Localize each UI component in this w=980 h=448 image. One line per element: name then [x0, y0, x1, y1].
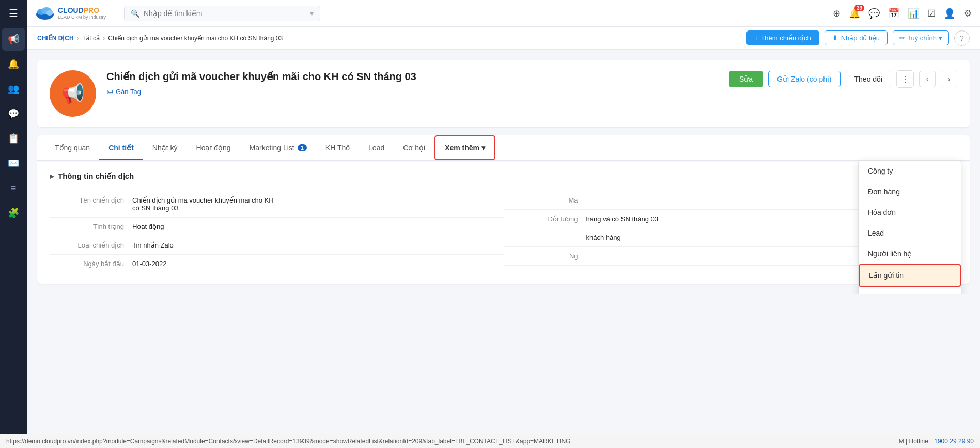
sidebar-item-campaign[interactable]: 📢	[2, 28, 25, 51]
label-empty	[504, 234, 586, 241]
chat-button[interactable]: 💬	[868, 8, 880, 19]
dropdown-item-cong-ty[interactable]: Công ty	[859, 161, 961, 181]
sidebar-item-list[interactable]: ≡	[2, 177, 25, 199]
breadcrumb-sep1: ›	[77, 34, 79, 42]
tabs-section: Tổng quan Chi tiết Nhật ký Hoạt động Mar…	[37, 135, 970, 284]
dropdown-item-lead[interactable]: Lead	[859, 223, 961, 243]
search-input[interactable]	[144, 9, 306, 18]
help-button[interactable]: ?	[954, 30, 970, 46]
sidebar-item-notifications[interactable]: 🔔	[2, 53, 25, 75]
breadcrumb-sep2: ›	[103, 34, 105, 42]
megaphone-icon: 📢	[61, 83, 85, 104]
topbar: CLOUDPRO LEAD CRM by Industry 🔍 ▾ ⊕ 🔔 39…	[27, 0, 980, 27]
marketing-list-badge: 1	[298, 144, 307, 151]
sidebar-item-clipboard[interactable]: 📋	[2, 127, 25, 150]
subbar-actions: + Thêm chiến dịch ⬇ Nhập dữ liệu ✏ Tuỳ c…	[746, 30, 970, 46]
tab-marketing-list[interactable]: Marketing List 1	[240, 136, 316, 159]
follow-button[interactable]: Theo dõi	[846, 71, 891, 87]
megaphone-icon: 📢	[8, 34, 19, 45]
campaign-info: Chiến dịch gửi mã voucher khuyến mãi cho…	[106, 70, 719, 96]
clipboard-icon: 📋	[8, 133, 19, 144]
list-icon: ≡	[11, 183, 17, 194]
label-doi-tuong: Đối tượng	[504, 215, 586, 223]
tab-kh-tho[interactable]: KH Thô	[316, 136, 359, 159]
section-title: Thông tin chiến dịch	[50, 172, 957, 181]
campaign-header: 📢 Chiến dịch gửi mã voucher khuyến mãi c…	[37, 60, 970, 127]
sidebar-item-mail[interactable]: ✉️	[2, 152, 25, 175]
tabs-bar: Tổng quan Chi tiết Nhật ký Hoạt động Mar…	[37, 135, 970, 161]
calendar-button[interactable]: 📅	[888, 8, 899, 19]
edit-button[interactable]: Sửa	[729, 71, 763, 87]
dropdown-item-zalo-ads[interactable]: Zalo Ads Form	[859, 287, 961, 294]
import-icon: ⬇	[832, 34, 838, 42]
breadcrumb-current: Chiến dịch gửi mã voucher khuyến mãi cho…	[108, 35, 283, 42]
prev-button[interactable]: ‹	[919, 71, 936, 87]
chevron-down-icon: ▾	[481, 144, 485, 152]
dropdown-item-hoa-don[interactable]: Hóa đơn	[859, 202, 961, 223]
main-content: 📢 Chiến dịch gửi mã voucher khuyến mãi c…	[27, 50, 980, 294]
value-tinh-trang: Hoạt động	[132, 223, 164, 230]
breadcrumb-root[interactable]: CHIẾN DỊCH	[37, 35, 74, 42]
mail-icon: ✉️	[8, 158, 19, 169]
logo-icon	[35, 6, 55, 21]
puzzle-icon: 🧩	[8, 207, 19, 219]
sidebar: ☰ 📢 🔔 👥 💬 📋 ✉️ ≡ 🧩	[0, 0, 27, 294]
chart-button[interactable]: 📊	[908, 8, 919, 19]
dropdown-item-don-hang[interactable]: Đơn hàng	[859, 181, 961, 202]
label-loai: Loại chiến dịch	[50, 241, 132, 249]
value-ngay: 01-03-2022	[132, 260, 167, 268]
form-row-ten-chien-dich: Tên chiến dịch Chiến dịch gửi mã voucher…	[50, 191, 504, 218]
label-tinh-trang: Tình trạng	[50, 223, 132, 230]
form-grid: Tên chiến dịch Chiến dịch gửi mã voucher…	[50, 191, 957, 273]
label-ten-chien-dich: Tên chiến dịch	[50, 196, 132, 212]
tag-icon: 🏷	[106, 88, 113, 96]
search-bar[interactable]: 🔍 ▾	[124, 6, 320, 21]
search-icon: 🔍	[131, 9, 139, 18]
chevron-down-icon: ▾	[939, 34, 942, 42]
section-card: Thông tin chiến dịch Tên chiến dịch Chiế…	[37, 161, 970, 284]
logo-sub: LEAD CRM by Industry	[58, 15, 106, 20]
label-ng: Ng	[504, 252, 586, 260]
hamburger-button[interactable]: ☰	[0, 0, 27, 27]
dropdown-item-lan-gui-tin[interactable]: Lần gửi tin ➡	[859, 264, 961, 287]
chat-icon: 💬	[8, 108, 19, 119]
campaign-title: Chiến dịch gửi mã voucher khuyến mãi cho…	[106, 70, 719, 83]
import-data-button[interactable]: ⬇ Nhập dữ liệu	[825, 30, 888, 45]
send-zalo-button[interactable]: Gửi Zalo (có phí)	[768, 71, 840, 87]
notification-button[interactable]: 🔔 39	[849, 8, 860, 19]
notification-badge: 39	[854, 5, 864, 11]
task-button[interactable]: ☑	[927, 8, 936, 19]
users-icon: 👥	[8, 83, 19, 95]
sidebar-item-users[interactable]: 👥	[2, 78, 25, 100]
logo-area: CLOUDPRO LEAD CRM by Industry	[35, 6, 118, 21]
next-button[interactable]: ›	[941, 71, 957, 87]
campaign-actions: Sửa Gửi Zalo (có phí) Theo dõi ⋮ ‹ ›	[729, 70, 957, 88]
tab-lead[interactable]: Lead	[359, 136, 394, 159]
more-options-button[interactable]: ⋮	[896, 70, 914, 88]
dropdown-menu: Công ty Đơn hàng Hóa đơn Lead Người liên…	[858, 160, 961, 294]
tab-chi-tiet[interactable]: Chi tiết	[99, 136, 143, 159]
user-button[interactable]: 👤	[944, 8, 955, 19]
edit-icon: ✏	[899, 34, 905, 42]
dropdown-item-nguoi-lien-he[interactable]: Người liên hệ	[859, 243, 961, 264]
chevron-down-icon: ▾	[310, 9, 314, 18]
settings-button[interactable]: ⚙	[963, 8, 972, 19]
sidebar-item-chat[interactable]: 💬	[2, 102, 25, 125]
value-ten-chien-dich: Chiến dịch gửi mã voucher khuyến mãi cho…	[132, 196, 274, 212]
customize-button[interactable]: ✏ Tuỳ chỉnh ▾	[893, 30, 949, 45]
svg-point-3	[46, 10, 53, 16]
tab-hoat-dong[interactable]: Hoạt động	[187, 136, 240, 159]
breadcrumb: CHIẾN DỊCH › Tất cả › Chiến dịch gửi mã …	[37, 34, 742, 42]
tab-tong-quan[interactable]: Tổng quan	[45, 136, 99, 159]
add-button[interactable]: ⊕	[833, 8, 841, 19]
tab-nhat-ky[interactable]: Nhật ký	[143, 136, 187, 159]
subbar: CHIẾN DỊCH › Tất cả › Chiến dịch gửi mã …	[27, 27, 980, 50]
tab-co-hoi[interactable]: Cơ hội	[394, 136, 434, 159]
add-campaign-button[interactable]: + Thêm chiến dịch	[746, 30, 819, 45]
breadcrumb-all[interactable]: Tất cả	[82, 35, 100, 42]
gan-tag-button[interactable]: 🏷 Gán Tag	[106, 88, 719, 96]
tab-xem-them[interactable]: Xem thêm ▾	[434, 135, 495, 160]
logo-text: CLOUDPRO	[58, 7, 106, 14]
sidebar-item-puzzle[interactable]: 🧩	[2, 202, 25, 224]
value-loai: Tin nhắn Zalo	[132, 241, 174, 249]
